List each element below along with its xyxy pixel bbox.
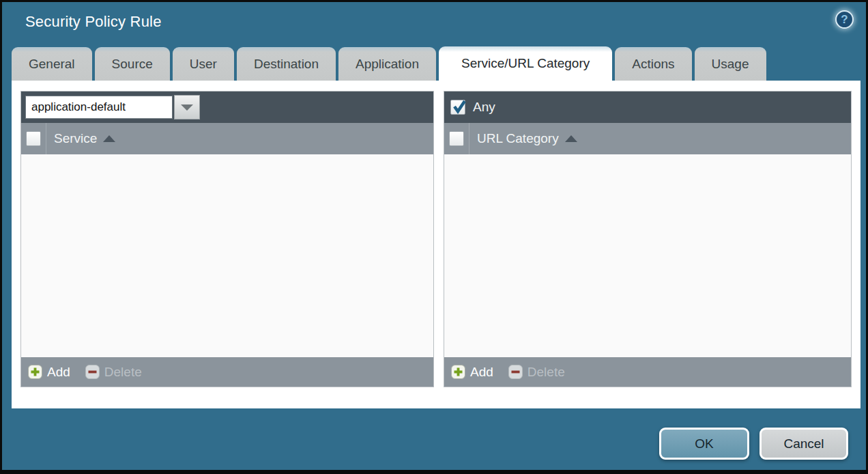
url-delete-button[interactable]: Delete xyxy=(508,365,565,380)
url-add-label: Add xyxy=(470,365,493,380)
tab-actions[interactable]: Actions xyxy=(615,47,691,81)
service-type-bar xyxy=(21,92,433,123)
help-icon[interactable]: ? xyxy=(835,10,854,29)
url-table-header: URL Category xyxy=(444,123,851,154)
service-type-input[interactable] xyxy=(25,96,173,119)
security-policy-rule-dialog: Security Policy Rule ? General Source Us… xyxy=(0,0,868,474)
url-select-all-cell xyxy=(444,123,469,154)
cancel-button[interactable]: Cancel xyxy=(760,428,848,460)
url-column-header[interactable]: URL Category xyxy=(477,131,559,146)
minus-icon xyxy=(508,365,523,379)
ok-button[interactable]: OK xyxy=(659,428,749,460)
service-footer-bar: Add Delete xyxy=(21,357,433,387)
service-delete-label: Delete xyxy=(104,365,142,380)
url-add-button[interactable]: Add xyxy=(451,365,493,380)
url-any-label: Any xyxy=(473,100,495,115)
sort-ascending-icon[interactable] xyxy=(565,135,577,142)
chevron-down-icon xyxy=(181,104,193,111)
tab-application[interactable]: Application xyxy=(338,47,436,81)
tab-content-area: Service Add Delete xyxy=(12,81,860,408)
service-column-header[interactable]: Service xyxy=(54,131,97,146)
plus-icon xyxy=(28,365,42,379)
tab-bar: General Source User Destination Applicat… xyxy=(12,47,766,81)
service-table-header: Service xyxy=(21,123,433,154)
service-type-dropdown-button[interactable] xyxy=(174,95,200,120)
service-table-body xyxy=(21,154,433,357)
service-type-combo xyxy=(25,95,200,120)
tab-general[interactable]: General xyxy=(12,47,92,81)
url-footer-bar: Add Delete xyxy=(444,357,851,387)
minus-icon xyxy=(85,365,100,379)
dialog-title: Security Policy Rule xyxy=(25,13,162,31)
service-select-all-cell xyxy=(21,123,46,154)
tab-service-url-category[interactable]: Service/URL Category xyxy=(439,46,612,81)
plus-icon xyxy=(451,365,465,379)
service-add-button[interactable]: Add xyxy=(28,365,70,380)
service-select-all-checkbox[interactable] xyxy=(26,131,41,146)
url-select-all-checkbox[interactable] xyxy=(449,131,464,146)
sort-ascending-icon[interactable] xyxy=(103,135,115,142)
url-category-panel: Any URL Category Add xyxy=(444,92,851,387)
checkmark-icon xyxy=(451,98,467,115)
url-any-bar: Any xyxy=(444,92,851,123)
url-any-checkbox[interactable] xyxy=(450,100,465,115)
url-table-body xyxy=(444,154,851,357)
service-panel: Service Add Delete xyxy=(21,92,433,387)
tab-destination[interactable]: Destination xyxy=(237,47,336,81)
url-delete-label: Delete xyxy=(527,365,565,380)
tab-source[interactable]: Source xyxy=(95,47,170,81)
tab-user[interactable]: User xyxy=(173,47,234,81)
tab-usage[interactable]: Usage xyxy=(695,47,766,81)
service-delete-button[interactable]: Delete xyxy=(85,365,142,380)
service-add-label: Add xyxy=(47,365,70,380)
